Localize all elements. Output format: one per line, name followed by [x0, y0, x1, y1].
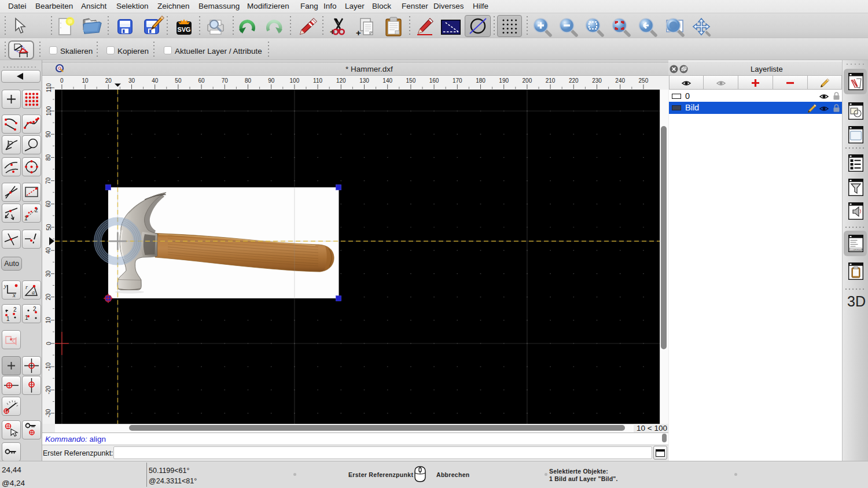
svg-text:140: 140 [382, 77, 392, 84]
svg-text:1: 1 [6, 316, 10, 322]
svg-text:20: 20 [105, 77, 112, 84]
svg-text:50: 50 [175, 77, 182, 84]
svg-text:30: 30 [46, 270, 52, 277]
svg-text:0: 0 [60, 77, 64, 84]
svg-text:250: 250 [639, 77, 649, 84]
svg-text:10: 10 [46, 317, 52, 324]
svg-text:170: 170 [453, 77, 462, 84]
svg-text:180: 180 [476, 77, 486, 84]
svg-text:150: 150 [406, 77, 416, 84]
svg-text:130: 130 [359, 77, 369, 84]
svg-text:20: 20 [46, 294, 52, 301]
svg-text:r: r [25, 284, 28, 290]
svg-text:0: 0 [46, 342, 52, 345]
svg-text:60: 60 [198, 77, 205, 84]
svg-text:90: 90 [268, 77, 275, 84]
svg-text:a: a [32, 289, 35, 295]
svg-text:60: 60 [46, 201, 52, 208]
svg-text:100: 100 [46, 106, 52, 116]
svg-text:-20: -20 [46, 386, 52, 394]
svg-text:80: 80 [46, 154, 52, 161]
svg-text:c command: c command [851, 248, 863, 251]
svg-text:-30: -30 [46, 409, 52, 417]
svg-text:-10: -10 [46, 363, 52, 371]
svg-text:40: 40 [46, 247, 52, 254]
svg-text:70: 70 [222, 77, 229, 84]
svg-text:110: 110 [313, 77, 322, 84]
svg-text:y: y [3, 282, 7, 289]
svg-text:30: 30 [128, 77, 135, 84]
svg-text:110: 110 [46, 83, 52, 92]
svg-text:230: 230 [592, 77, 602, 84]
svg-text:50: 50 [46, 224, 52, 231]
svg-text:90: 90 [46, 131, 52, 138]
svg-text:SVG: SVG [177, 26, 190, 33]
svg-text:100: 100 [290, 77, 300, 84]
svg-text:x: x [12, 291, 16, 298]
svg-text:40: 40 [152, 77, 159, 84]
svg-text:10: 10 [82, 77, 89, 84]
svg-text:160: 160 [429, 77, 439, 84]
svg-text:+: + [330, 27, 335, 36]
svg-text:120: 120 [336, 77, 346, 84]
svg-text:220: 220 [569, 77, 579, 84]
svg-text:70: 70 [46, 178, 52, 184]
svg-text:2: 2 [13, 306, 17, 313]
svg-text:80: 80 [245, 77, 252, 84]
svg-text:190: 190 [499, 77, 509, 84]
svg-text:210: 210 [546, 77, 556, 84]
svg-text:200: 200 [523, 77, 532, 84]
svg-text:240: 240 [615, 77, 625, 84]
